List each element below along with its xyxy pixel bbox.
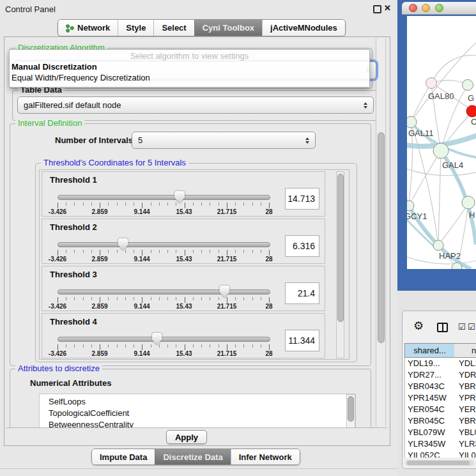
threshold-2-slider[interactable] [58,242,270,247]
number-of-intervals-label: Number of Intervals [55,135,133,145]
table-row[interactable]: YBR043CYBR0 [405,381,476,392]
table-row[interactable]: YIL052CYIL0 [405,450,476,457]
panel-scrollbar[interactable] [376,38,386,426]
column-header-name[interactable]: n [454,343,476,358]
attributes-list-scrollbar-thumb[interactable] [348,396,354,422]
table-row[interactable]: YBR045CYBR0 [405,415,476,427]
threshold-1-slider-thumb[interactable] [174,191,185,203]
table-data-value: galFiltered.sif default node [24,100,121,110]
float-window-icon[interactable] [373,5,381,13]
popup-option-manual-discretization[interactable]: Manual Discretization [10,61,369,72]
threshold-3-value-input[interactable]: 21.4 [285,282,319,304]
algorithm-popup-hint: Select algorithm to view settings [10,51,369,61]
checkbox-icon-2[interactable]: ☑ [468,322,475,332]
checkbox-icon-1[interactable]: ☑ [458,322,466,332]
tab-network-label: Network [77,23,110,33]
tick-label: 15.43 [176,208,192,215]
threshold-4-slider[interactable] [58,337,270,342]
node-h[interactable] [462,196,475,209]
node-label-h: H [469,210,475,220]
network-graph: GAL80 G C GAL11 GAL4 GCY1 H HAP2 [407,16,476,269]
close-traffic-light-icon[interactable] [409,4,417,12]
network-canvas[interactable]: GAL80 G C GAL11 GAL4 GCY1 H HAP2 [407,16,476,269]
node-label-gal11: GAL11 [408,128,434,138]
combo-arrows-icon [364,102,367,109]
threshold-3-slider[interactable] [58,289,270,295]
node-label-g: G [468,93,474,103]
tab-cyni-toolbox[interactable]: Cyni Toolbox [194,20,262,36]
node-top-right[interactable] [463,80,473,91]
node-gal80[interactable] [426,78,437,89]
threshold-4-value-input[interactable]: 11.344 [285,330,319,351]
node-gal11[interactable] [407,116,417,128]
threshold-1-panel: Threshold 1 -3.426 2.859 9.144 15.43 21.… [42,171,325,217]
node-label-hap2: HAP2 [439,251,461,261]
gear-icon[interactable]: ⚙ [413,320,424,332]
tick-label: 21.715 [217,256,237,263]
thresholds-group-label: Threshold's Coordinates for 5 Intervals [41,158,188,168]
popup-option-equal-width-frequency[interactable]: Equal Width/Frequency Discretization [10,72,369,83]
tab-select-label: Select [162,23,186,33]
table-row[interactable]: YBL079WYBL0 [405,427,476,438]
tab-network[interactable]: Network [58,20,118,36]
list-item-selfloops[interactable]: SelfLoops [40,394,355,408]
threshold-2-value-input[interactable]: 6.316 [285,235,319,257]
threshold-1-label: Threshold 1 [50,175,97,185]
panel-scrollbar-thumb[interactable] [378,132,385,343]
number-of-intervals-combobox[interactable]: 5 [132,132,316,149]
tick-label: 9.144 [134,350,150,357]
column-header-shared-name[interactable]: shared... [404,343,455,358]
thresholds-scrollbar[interactable] [336,171,344,358]
tick-label: 2.859 [91,350,107,357]
table-row[interactable]: YER054CYER0 [405,404,476,415]
tab-impute-data[interactable]: Impute Data [92,449,155,464]
table-row[interactable]: YDL19...YDL1 [405,358,476,369]
table-row[interactable]: YDR27...YDR2 [405,369,476,381]
close-icon[interactable]: ✕ [384,3,391,13]
split-view-icon[interactable] [437,323,448,332]
tab-cyni-toolbox-label: Cyni Toolbox [203,23,254,33]
node-gcy1[interactable] [407,201,414,211]
table-data-combobox[interactable]: galFiltered.sif default node [17,96,374,114]
node-hap2[interactable] [433,240,443,250]
list-item-betweennesscentrality[interactable]: BetweennessCentrality [40,419,355,428]
node-gal4[interactable] [433,143,449,158]
tab-jactivemnodules[interactable]: jActiveMNodules [262,20,345,36]
threshold-2-panel: Threshold 2 -3.426 2.859 9.144 15.43 21.… [42,219,325,264]
node-label-c: C [471,117,476,127]
table-horizontal-scrollbar-thumb[interactable] [407,461,470,465]
panel-title: Control Panel [5,4,56,14]
tick-label: 21.715 [217,208,237,215]
tick-label: -3.426 [49,256,66,263]
table-row[interactable]: YLR345WYLR3 [405,438,476,450]
threshold-1-value-input[interactable]: 14.713 [285,188,319,210]
threshold-1-slider[interactable] [58,195,270,200]
thresholds-scrollbar-thumb[interactable] [337,174,344,322]
tick-label: 15.43 [176,350,192,357]
bottom-tab-bar: Impute Data Discretize Data Infer Networ… [91,449,300,465]
tick-label: 15.43 [176,303,192,310]
tab-style[interactable]: Style [118,20,153,36]
tick-label: 9.144 [134,256,150,263]
table-horizontal-scrollbar[interactable] [405,460,474,466]
tick-label: 28 [265,350,272,357]
threshold-2-slider-thumb[interactable] [118,238,128,250]
node-red-selected[interactable] [466,105,476,117]
number-of-intervals-value: 5 [138,135,142,145]
attributes-list-scrollbar[interactable] [346,394,355,428]
list-item-topologicalcoefficient[interactable]: TopologicalCoefficient [40,408,355,419]
apply-button[interactable]: Apply [166,430,207,444]
zoom-traffic-light-icon[interactable] [435,4,443,12]
tick-label: -3.426 [49,350,66,357]
tick-label: -3.426 [49,208,66,215]
tab-infer-network[interactable]: Infer Network [231,449,300,464]
threshold-3-slider-thumb[interactable] [219,286,229,298]
minimize-traffic-light-icon[interactable] [422,4,430,12]
table-row[interactable]: YPR145WYPR1 [405,392,476,404]
tab-discretize-data-label: Discretize Data [163,452,222,462]
threshold-4-slider-thumb[interactable] [152,333,162,345]
tick-label: 28 [265,303,272,310]
tab-select[interactable]: Select [153,20,194,36]
tick-label: 2.859 [91,303,107,310]
tab-discretize-data[interactable]: Discretize Data [155,449,230,464]
